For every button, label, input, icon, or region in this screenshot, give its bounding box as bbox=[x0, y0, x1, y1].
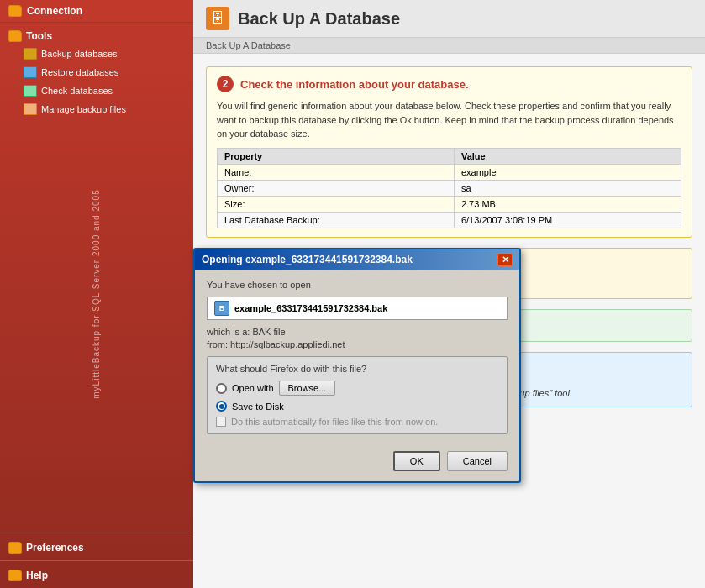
tools-header: Tools bbox=[0, 26, 193, 45]
step2-text: You will find generic information about … bbox=[217, 99, 681, 141]
tools-section: Tools Backup databases Restore databases… bbox=[0, 23, 193, 122]
preferences-header[interactable]: Preferences bbox=[0, 538, 193, 556]
action-group: What should Firefox do with this file? O… bbox=[207, 356, 508, 434]
breadcrumb: Back Up A Database bbox=[193, 38, 705, 54]
main-header: 🗄 Back Up A Database bbox=[193, 0, 705, 38]
dialog-close-button[interactable]: ✕ bbox=[497, 253, 513, 266]
check-icon bbox=[24, 85, 37, 97]
open-with-row: Open with Browse... bbox=[216, 381, 498, 396]
open-with-radio[interactable] bbox=[216, 383, 227, 394]
sidebar-item-check[interactable]: Check databases bbox=[0, 81, 193, 100]
tools-folder-icon bbox=[8, 30, 22, 42]
dialog-body: You have chosen to open B example_633173… bbox=[195, 270, 519, 481]
group-label: What should Firefox do with this file? bbox=[216, 364, 498, 374]
help-header[interactable]: Help bbox=[0, 565, 193, 584]
db-info-table: Property Value Name: example Owner: sa S… bbox=[217, 148, 681, 228]
dialog-titlebar: Opening example_633173441591732384.bak ✕ bbox=[195, 249, 519, 270]
connection-label: Connection bbox=[27, 5, 82, 17]
db-icon: 🗄 bbox=[206, 7, 229, 30]
table-row: Name: example bbox=[218, 164, 681, 180]
backup-icon bbox=[24, 48, 37, 60]
col-value: Value bbox=[454, 148, 681, 164]
table-row: Size: 2.73 MB bbox=[218, 196, 681, 212]
auto-label: Do this automatically for files like thi… bbox=[231, 417, 438, 427]
step-circle: 2 bbox=[217, 76, 234, 92]
file-display: B example_633173441591732384.bak bbox=[207, 297, 508, 320]
filename: example_633173441591732384.bak bbox=[234, 303, 387, 313]
step2-title: 2 Check the information about your datab… bbox=[217, 76, 681, 92]
connection-folder-icon bbox=[8, 5, 22, 17]
browse-button[interactable]: Browse... bbox=[279, 381, 336, 396]
sidebar: Connection Tools Backup databases Restor… bbox=[0, 0, 193, 588]
dialog-title: Opening example_633173441591732384.bak bbox=[202, 254, 413, 265]
auto-checkbox[interactable] bbox=[216, 417, 226, 427]
file-from: from: http://sqlbackup.appliedi.net bbox=[207, 339, 508, 349]
table-row: Last Database Backup: 6/13/2007 3:08:19 … bbox=[218, 212, 681, 228]
auto-row: Do this automatically for files like thi… bbox=[216, 417, 498, 427]
cancel-button[interactable]: Cancel bbox=[447, 451, 508, 471]
prefs-folder-icon bbox=[8, 542, 22, 554]
preferences-section: Preferences bbox=[0, 533, 193, 560]
page-title: Back Up A Database bbox=[238, 9, 400, 29]
connection-header: Connection bbox=[0, 0, 193, 23]
save-to-disk-row: Save to Disk bbox=[216, 401, 498, 412]
vertical-text: myLittleBackup for SQL Server 2000 and 2… bbox=[92, 189, 101, 398]
restore-icon bbox=[24, 66, 37, 78]
open-with-label: Open with bbox=[232, 383, 274, 393]
you-chosen-text: You have chosen to open bbox=[207, 280, 508, 290]
save-to-disk-radio[interactable] bbox=[216, 401, 227, 412]
help-section: Help bbox=[0, 560, 193, 588]
help-folder-icon bbox=[8, 570, 22, 581]
step2-section: 2 Check the information about your datab… bbox=[206, 66, 692, 238]
table-row: Owner: sa bbox=[218, 180, 681, 196]
col-property: Property bbox=[218, 148, 455, 164]
file-icon: B bbox=[214, 301, 229, 316]
dialog-buttons: OK Cancel bbox=[207, 444, 508, 471]
save-to-disk-label: Save to Disk bbox=[232, 402, 284, 412]
sidebar-item-backup[interactable]: Backup databases bbox=[0, 45, 193, 63]
sidebar-bottom: Preferences Help bbox=[0, 533, 193, 588]
manage-icon bbox=[24, 103, 37, 115]
sidebar-item-manage[interactable]: Manage backup files bbox=[0, 100, 193, 118]
file-open-dialog: Opening example_633173441591732384.bak ✕… bbox=[193, 248, 521, 483]
file-type: which is a: BAK file bbox=[207, 327, 508, 337]
ok-button[interactable]: OK bbox=[393, 451, 440, 471]
sidebar-item-restore[interactable]: Restore databases bbox=[0, 63, 193, 81]
